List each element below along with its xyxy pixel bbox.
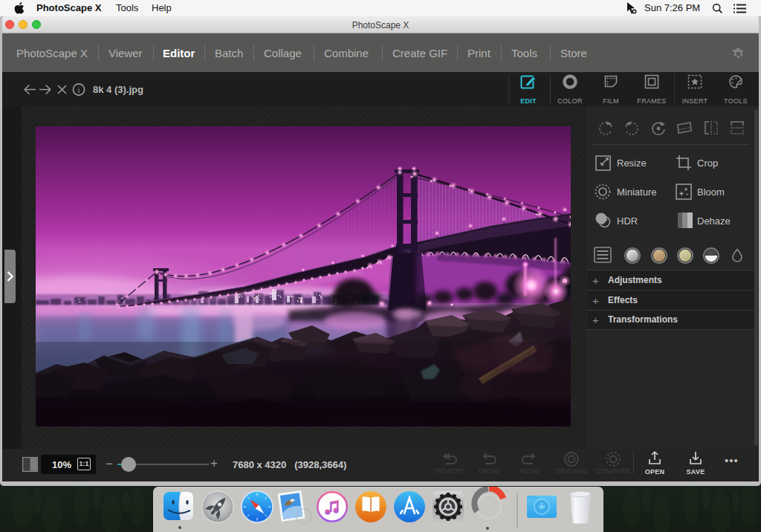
svg-text:i: i [77,85,80,94]
